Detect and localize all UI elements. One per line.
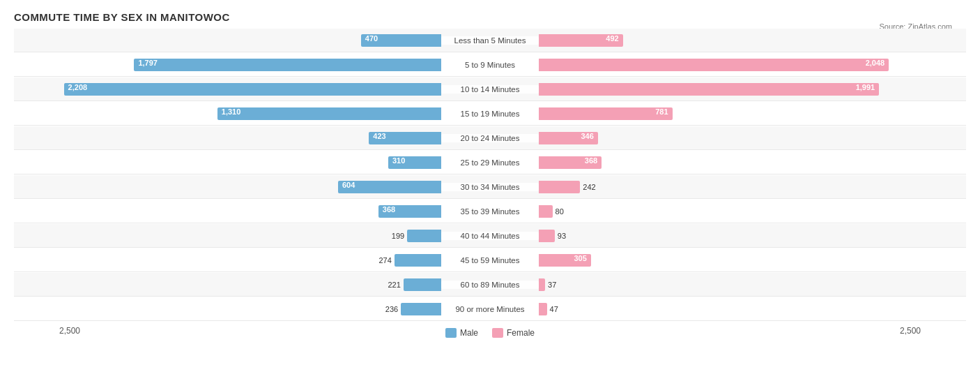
male-value: 236 <box>385 305 398 313</box>
female-swatch <box>492 328 503 338</box>
chart-row: 1,797 5 to 9 Minutes 2,048 <box>14 53 966 77</box>
chart-row: 2,208 10 to 14 Minutes 1,991 <box>14 77 966 101</box>
chart-area: 470 Less than 5 Minutes 492 1,797 5 to 9… <box>14 29 966 321</box>
row-label: 45 to 59 Minutes <box>441 256 539 265</box>
bars-col: 1,310 15 to 19 Minutes 781 <box>14 102 966 125</box>
bars-col: 236 90 or more Minutes 47 <box>14 297 966 320</box>
chart-row: 310 25 to 29 Minutes 368 <box>14 151 966 174</box>
male-value: 1,797 <box>138 59 158 67</box>
male-label: Male <box>460 328 478 338</box>
legend-male: Male <box>445 328 478 338</box>
female-value: 781 <box>655 107 668 116</box>
female-value: 242 <box>583 183 595 191</box>
bars-col: 423 20 to 24 Minutes 346 <box>14 126 966 149</box>
male-value: 423 <box>373 132 385 140</box>
chart-row: 368 35 to 39 Minutes 80 <box>14 200 966 223</box>
chart-row: 199 40 to 44 Minutes 93 <box>14 224 966 248</box>
female-value: 346 <box>581 132 593 140</box>
row-label: 60 to 89 Minutes <box>441 281 539 289</box>
bars-col: 368 35 to 39 Minutes 80 <box>14 200 966 223</box>
bars-col: 604 30 to 34 Minutes 242 <box>14 175 966 198</box>
male-value: 1,310 <box>222 107 241 116</box>
female-value: 93 <box>558 232 566 240</box>
chart-row: 423 20 to 24 Minutes 346 <box>14 126 966 150</box>
female-value: 305 <box>574 254 586 262</box>
male-value: 368 <box>383 205 395 214</box>
chart-row: 1,310 15 to 19 Minutes 781 <box>14 102 966 126</box>
bars-col: 310 25 to 29 Minutes 368 <box>14 151 966 174</box>
female-label: Female <box>507 328 535 338</box>
row-label: 40 to 44 Minutes <box>441 232 539 240</box>
row-label: 30 to 34 Minutes <box>441 183 539 191</box>
male-value: 274 <box>378 256 391 265</box>
bars-col: 2,208 10 to 14 Minutes 1,991 <box>14 77 966 100</box>
female-value: 492 <box>606 34 618 43</box>
bars-col: 470 Less than 5 Minutes 492 <box>14 29 966 52</box>
female-value: 1,991 <box>856 83 875 91</box>
male-value: 470 <box>365 34 378 43</box>
male-value: 2,208 <box>68 83 88 91</box>
male-swatch <box>445 328 457 338</box>
male-value: 221 <box>388 281 400 289</box>
female-value: 47 <box>550 305 558 313</box>
row-label: 15 to 19 Minutes <box>441 110 539 118</box>
female-value: 37 <box>548 281 556 289</box>
row-label: 90 or more Minutes <box>441 305 539 313</box>
bars-col: 274 45 to 59 Minutes 305 <box>14 248 966 271</box>
row-label: 25 to 29 Minutes <box>441 158 539 167</box>
male-value: 604 <box>342 181 355 189</box>
legend: Male Female <box>445 328 535 338</box>
chart-row: 236 90 or more Minutes 47 <box>14 297 966 321</box>
legend-female: Female <box>492 328 535 338</box>
chart-row: 221 60 to 89 Minutes 37 <box>14 273 966 297</box>
chart-title: COMMUTE TIME BY SEX IN MANITOWOC <box>14 11 966 23</box>
row-label: 10 to 14 Minutes <box>441 85 539 94</box>
bars-col: 221 60 to 89 Minutes 37 <box>14 273 966 296</box>
axis-right-label: 2,500 <box>855 326 966 336</box>
female-value: 2,048 <box>866 59 885 67</box>
bars-col: 1,797 5 to 9 Minutes 2,048 <box>14 53 966 76</box>
row-label: 5 to 9 Minutes <box>441 61 539 69</box>
male-value: 199 <box>392 232 404 240</box>
row-label: 20 to 24 Minutes <box>441 134 539 142</box>
male-value: 310 <box>392 156 405 165</box>
chart-row: 274 45 to 59 Minutes 305 <box>14 248 966 272</box>
female-value: 80 <box>556 207 564 216</box>
row-label: Less than 5 Minutes <box>441 36 539 45</box>
chart-row: 470 Less than 5 Minutes 492 <box>14 29 966 52</box>
axis-left-label: 2,500 <box>14 326 125 336</box>
row-label: 35 to 39 Minutes <box>441 207 539 216</box>
axis-row: 2,500 Male Female 2,500 <box>14 324 966 338</box>
chart-row: 604 30 to 34 Minutes 242 <box>14 175 966 199</box>
female-value: 368 <box>585 156 597 165</box>
bars-col: 199 40 to 44 Minutes 93 <box>14 224 966 247</box>
